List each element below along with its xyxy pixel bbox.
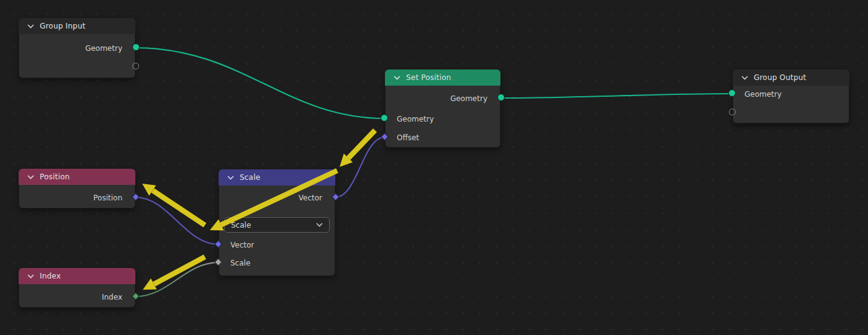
- node-position-header[interactable]: Position: [19, 169, 135, 185]
- node-scale-vector-math[interactable]: Scale Vector Scale Vector Scale: [219, 169, 335, 276]
- dropdown-chevron-icon: [315, 221, 323, 230]
- node-group-input-header[interactable]: Group Input: [19, 18, 135, 34]
- node-scale-header[interactable]: Scale: [219, 169, 335, 185]
- socket-index-output[interactable]: [132, 292, 140, 300]
- annotation-arrow-offset-to-scale-node: [340, 130, 375, 167]
- node-title: Group Output: [754, 73, 806, 82]
- socket-scale-input[interactable]: [214, 258, 222, 266]
- operation-dropdown-value: Scale: [231, 221, 251, 230]
- operation-dropdown[interactable]: Scale: [224, 217, 330, 233]
- socket-offset-input[interactable]: [381, 133, 389, 141]
- node-index-header[interactable]: Index: [19, 268, 135, 284]
- socket-geometry-output[interactable]: [497, 94, 505, 101]
- wire-position-to-vector: [135, 197, 219, 244]
- socket-vector-output[interactable]: [332, 193, 340, 201]
- node-set-position-header[interactable]: Set Position: [385, 69, 500, 86]
- socket-position-output[interactable]: [132, 193, 140, 201]
- input-label-geometry: Geometry: [744, 89, 782, 100]
- output-label-vector: Vector: [299, 192, 322, 203]
- socket-geometry-output[interactable]: [132, 43, 140, 51]
- wire-setposition-to-groupoutput: [500, 94, 733, 98]
- collapse-chevron-icon[interactable]: [26, 172, 35, 181]
- node-title: Index: [40, 272, 61, 280]
- collapse-chevron-icon[interactable]: [26, 272, 35, 280]
- node-title: Group Input: [40, 22, 86, 30]
- output-label-index: Index: [102, 292, 122, 303]
- node-group-output-header[interactable]: Group Output: [733, 69, 849, 86]
- socket-virtual-output[interactable]: [132, 63, 139, 69]
- node-position[interactable]: Position Position: [19, 169, 135, 208]
- socket-geometry-input[interactable]: [728, 89, 736, 97]
- collapse-chevron-icon[interactable]: [740, 73, 749, 82]
- input-label-scale: Scale: [230, 257, 250, 269]
- input-label-offset: Offset: [397, 132, 419, 143]
- socket-geometry-input[interactable]: [381, 114, 388, 122]
- node-group-input[interactable]: Group Input Geometry: [19, 18, 135, 78]
- node-title: Scale: [240, 173, 260, 182]
- collapse-chevron-icon[interactable]: [26, 22, 35, 30]
- socket-virtual-input[interactable]: [729, 109, 736, 115]
- node-editor-canvas[interactable]: Group Input Geometry Set Position Geomet…: [0, 0, 868, 335]
- annotation-arrow-scale-input-to-index-socket: [143, 257, 205, 290]
- node-set-position[interactable]: Set Position Geometry Geometry Offset: [385, 69, 500, 148]
- output-label-geometry: Geometry: [85, 43, 122, 54]
- node-title: Position: [40, 172, 70, 181]
- input-label-geometry: Geometry: [397, 114, 434, 125]
- annotation-arrow-vector-input-to-position-node: [142, 184, 205, 225]
- socket-vector-input[interactable]: [214, 240, 222, 248]
- node-group-output[interactable]: Group Output Geometry: [733, 69, 849, 123]
- output-label-geometry: Geometry: [450, 93, 487, 104]
- wire-index-to-scale: [135, 262, 219, 297]
- wire-groupinput-to-setposition: [135, 48, 385, 118]
- collapse-chevron-icon[interactable]: [392, 73, 401, 82]
- wire-scale-to-offset: [335, 137, 385, 197]
- collapse-chevron-icon[interactable]: [226, 173, 235, 182]
- output-label-position: Position: [93, 192, 122, 203]
- node-title: Set Position: [406, 73, 451, 82]
- input-label-vector: Vector: [230, 239, 254, 251]
- node-index[interactable]: Index Index: [19, 268, 135, 308]
